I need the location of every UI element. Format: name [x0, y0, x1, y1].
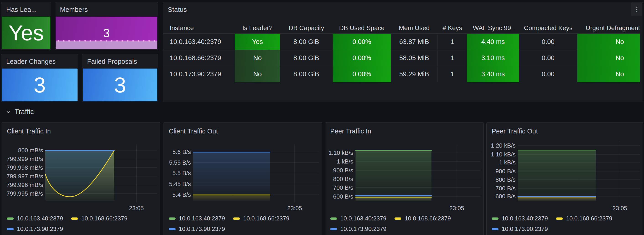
- kebab-dot: [636, 9, 638, 10]
- legend-item[interactable]: 10.0.168.66:2379: [556, 215, 612, 222]
- legend-series-swatch: [492, 218, 498, 220]
- legend-series-label: 10.0.163.40:2379: [179, 215, 225, 222]
- y-axis-tick-label: 5.6 B/s: [164, 149, 191, 155]
- legend-item[interactable]: 10.0.173.90:2379: [7, 226, 63, 233]
- panel-leader-changes: Leader Changes 3: [1, 54, 78, 102]
- y-axis-tick-label: 5.4 B/s: [164, 192, 191, 198]
- table-cell-num_keys: 1: [438, 34, 467, 50]
- y-axis-tick-label: 799.997 mB/s: [2, 173, 43, 179]
- section-traffic[interactable]: Traffic: [0, 106, 644, 117]
- legend-series-label: 10.0.173.90:2379: [340, 226, 386, 233]
- legend-series-label: 10.0.163.40:2379: [502, 215, 548, 222]
- y-axis-tick-label: 600 B/s: [325, 194, 353, 200]
- x-axis-tick-label: 23:05: [287, 205, 302, 211]
- table-cell-is_leader: No: [235, 66, 280, 82]
- failed-proposals-value-box: 3: [83, 68, 157, 101]
- y-axis-tick-label: 799.998 mB/s: [2, 165, 43, 171]
- table-cell-compacted_keys: 0.00: [519, 50, 578, 66]
- legend-series-label: 10.0.163.40:2379: [17, 215, 63, 222]
- table-header-row: InstanceIs Leader?DB CapacityDB Used Spa…: [163, 22, 640, 34]
- column-header-urgent_defragment[interactable]: Urgent Defragmentation: [578, 24, 640, 32]
- table-row: 10.0.163.40:2379Yes8.00 GiB0.00%63.87 Mi…: [163, 34, 640, 50]
- legend-series-swatch: [7, 228, 14, 230]
- panel-title-members[interactable]: Members: [60, 6, 88, 13]
- table-cell-num_keys: 1: [438, 66, 467, 82]
- chart-legend: 10.0.163.40:237910.0.168.66:237910.0.173…: [330, 215, 451, 235]
- legend-item[interactable]: 10.0.168.66:2379: [394, 215, 450, 222]
- legend-series-swatch: [330, 228, 337, 230]
- y-axis-tick-label: 600 B/s: [487, 193, 516, 199]
- table-cell-db_capacity: 8.00 GiB: [280, 50, 333, 66]
- x-axis-tick-label: 23:05: [449, 205, 464, 211]
- chart-canvas[interactable]: 1.20 kB/s1.10 kB/s1 kB/s900 B/s800 B/s70…: [487, 123, 643, 235]
- table-cell-is_leader: No: [235, 50, 280, 66]
- legend-item[interactable]: 10.0.168.66:2379: [71, 215, 127, 222]
- y-axis-tick-label: 700 B/s: [487, 185, 516, 191]
- chart-canvas[interactable]: 1.10 kB/s1 kB/s900 B/s800 B/s700 B/s600 …: [325, 123, 484, 235]
- grafana-dashboard: { "stats": { "has_leader": { "title": "H…: [0, 0, 644, 235]
- members-value: 3: [103, 27, 110, 39]
- y-axis-tick-label: 5.45 B/s: [164, 181, 191, 187]
- panel-title-failed-proposals[interactable]: Failed Proposals: [87, 58, 137, 65]
- column-header-wal_sync_99[interactable]: WAL Sync 99: [467, 24, 519, 32]
- legend-series-label: 10.0.168.66:2379: [81, 215, 127, 222]
- section-title: Traffic: [14, 108, 34, 116]
- panel-title-has-leader[interactable]: Has Lea...: [6, 6, 37, 13]
- table-cell-urgent_defragment: No: [578, 34, 640, 50]
- table-cell-mem_used: 58.05 MiB: [391, 50, 438, 66]
- column-header-compacted_keys[interactable]: Compacted Keys: [519, 24, 578, 32]
- table-cell-urgent_defragment: No: [578, 50, 640, 66]
- y-axis-tick-label: 700 B/s: [325, 185, 353, 191]
- legend-item[interactable]: 10.0.173.90:2379: [169, 226, 225, 233]
- kebab-dot: [636, 11, 638, 12]
- y-axis-tick-label: 799.996 mB/s: [2, 182, 43, 188]
- panel-title-status[interactable]: Status: [168, 6, 187, 13]
- panel-failed-proposals: Failed Proposals 3: [82, 54, 158, 102]
- legend-item[interactable]: 10.0.163.40:2379: [169, 215, 225, 222]
- kebab-dot: [636, 6, 638, 8]
- panel-menu-button[interactable]: [631, 2, 642, 16]
- chart-canvas[interactable]: 800 mB/s799.999 mB/s799.998 mB/s799.997 …: [2, 123, 160, 235]
- y-axis-tick-label: 800 B/s: [325, 176, 353, 182]
- y-axis-tick-label: 799.995 mB/s: [2, 191, 43, 197]
- table-cell-instance: 10.0.163.40:2379: [163, 34, 235, 50]
- y-axis-tick-label: 800 B/s: [487, 177, 516, 183]
- column-header-num_keys[interactable]: # Keys: [438, 24, 467, 32]
- legend-item[interactable]: 10.0.163.40:2379: [330, 215, 386, 222]
- legend-series-label: 10.0.168.66:2379: [404, 215, 450, 222]
- members-value-box: 3: [56, 17, 157, 49]
- chart-canvas[interactable]: 5.6 B/s5.55 B/s5.5 B/s5.45 B/s5.4 B/s23:…: [164, 123, 322, 235]
- panel-members: Members 3: [55, 2, 158, 50]
- legend-item[interactable]: 10.0.173.90:2379: [492, 226, 548, 233]
- panel-peer-traffic-out: Peer Traffic Out 1.20 kB/s1.10 kB/s1 kB/…: [486, 122, 643, 235]
- chart-legend: 10.0.163.40:237910.0.168.66:237910.0.173…: [7, 215, 128, 235]
- y-axis-tick-label: 900 B/s: [487, 168, 516, 174]
- table-cell-is_leader: Yes: [235, 34, 280, 50]
- table-row: 10.0.173.90:2379No8.00 GiB0.00%59.29 MiB…: [163, 66, 640, 82]
- column-header-instance[interactable]: Instance: [163, 24, 235, 32]
- x-axis-tick-label: 23:05: [129, 205, 144, 211]
- panel-title-leader-changes[interactable]: Leader Changes: [6, 58, 56, 65]
- legend-item[interactable]: 10.0.163.40:2379: [7, 215, 63, 222]
- table-cell-mem_used: 59.29 MiB: [391, 66, 438, 82]
- column-header-db_used_space[interactable]: DB Used Space: [333, 24, 391, 32]
- chart-legend: 10.0.163.40:237910.0.168.66:237910.0.173…: [169, 215, 290, 235]
- legend-series-label: 10.0.173.90:2379: [179, 226, 225, 233]
- y-axis-tick-label: 1.20 kB/s: [487, 143, 516, 149]
- table-cell-db_used_space: 0.00%: [333, 50, 391, 66]
- y-axis-tick-label: 800 mB/s: [2, 147, 43, 153]
- table-body: 10.0.163.40:2379Yes8.00 GiB0.00%63.87 Mi…: [163, 34, 640, 82]
- legend-item[interactable]: 10.0.163.40:2379: [492, 215, 548, 222]
- table-cell-wal_sync_99: 3.10 ms: [467, 50, 519, 66]
- legend-item[interactable]: 10.0.168.66:2379: [233, 215, 289, 222]
- legend-series-swatch: [71, 218, 78, 220]
- table-cell-num_keys: 1: [438, 50, 467, 66]
- legend-item[interactable]: 10.0.173.90:2379: [330, 226, 386, 233]
- table-cell-instance: 10.0.168.66:2379: [163, 50, 235, 66]
- table-row: 10.0.168.66:2379No8.00 GiB0.00%58.05 MiB…: [163, 50, 640, 66]
- column-header-mem_used[interactable]: Mem Used: [391, 24, 438, 32]
- column-header-is_leader[interactable]: Is Leader?: [235, 24, 280, 32]
- panel-status: Status InstanceIs Leader?DB CapacityDB U…: [163, 2, 643, 102]
- column-header-db_capacity[interactable]: DB Capacity: [280, 24, 333, 32]
- y-axis-tick-label: 1 kB/s: [487, 159, 516, 165]
